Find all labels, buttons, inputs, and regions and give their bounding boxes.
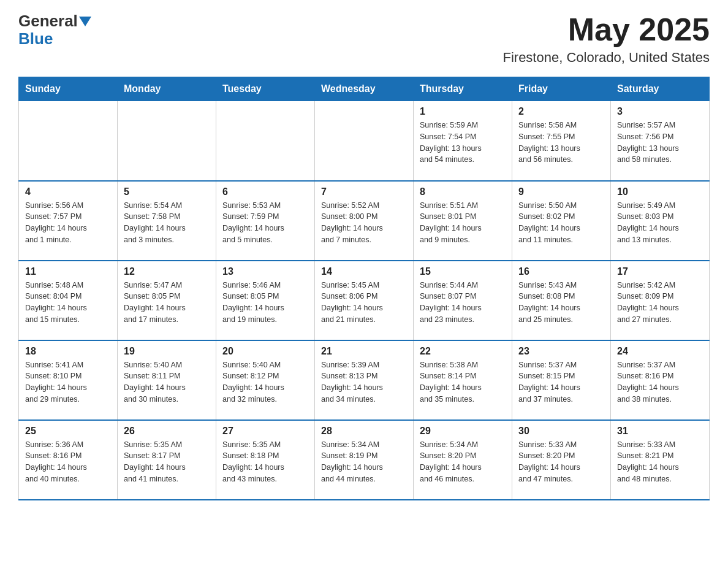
calendar-cell: 20Sunrise: 5:40 AM Sunset: 8:12 PM Dayli… bbox=[216, 340, 315, 420]
day-info: Sunrise: 5:33 AM Sunset: 8:20 PM Dayligh… bbox=[518, 439, 604, 485]
day-number: 9 bbox=[518, 186, 604, 197]
calendar-cell: 12Sunrise: 5:47 AM Sunset: 8:05 PM Dayli… bbox=[118, 261, 216, 340]
calendar-cell bbox=[118, 101, 216, 181]
calendar-cell bbox=[19, 101, 118, 181]
page-header: General Blue May 2025 Firestone, Colorad… bbox=[18, 12, 710, 66]
day-number: 2 bbox=[518, 106, 604, 117]
day-info: Sunrise: 5:39 AM Sunset: 8:13 PM Dayligh… bbox=[321, 359, 407, 405]
calendar-cell: 28Sunrise: 5:34 AM Sunset: 8:19 PM Dayli… bbox=[315, 420, 414, 500]
day-number: 31 bbox=[617, 426, 703, 437]
day-number: 14 bbox=[321, 266, 407, 277]
calendar-cell: 19Sunrise: 5:40 AM Sunset: 8:11 PM Dayli… bbox=[118, 340, 216, 420]
day-info: Sunrise: 5:49 AM Sunset: 8:03 PM Dayligh… bbox=[617, 200, 703, 246]
day-number: 8 bbox=[420, 186, 506, 197]
calendar-cell: 24Sunrise: 5:37 AM Sunset: 8:16 PM Dayli… bbox=[611, 340, 710, 420]
day-number: 1 bbox=[420, 106, 506, 117]
calendar-cell: 13Sunrise: 5:46 AM Sunset: 8:05 PM Dayli… bbox=[216, 261, 315, 340]
day-header-saturday: Saturday bbox=[611, 77, 710, 101]
calendar-cell: 2Sunrise: 5:58 AM Sunset: 7:55 PM Daylig… bbox=[512, 101, 611, 181]
day-info: Sunrise: 5:44 AM Sunset: 8:07 PM Dayligh… bbox=[420, 280, 506, 326]
day-info: Sunrise: 5:34 AM Sunset: 8:19 PM Dayligh… bbox=[321, 439, 407, 485]
logo-text-blue: Blue bbox=[18, 29, 53, 48]
day-number: 17 bbox=[617, 266, 703, 277]
calendar-cell: 26Sunrise: 5:35 AM Sunset: 8:17 PM Dayli… bbox=[118, 420, 216, 500]
day-info: Sunrise: 5:52 AM Sunset: 8:00 PM Dayligh… bbox=[321, 200, 407, 246]
day-number: 24 bbox=[617, 346, 703, 357]
day-number: 7 bbox=[321, 186, 407, 197]
day-number: 12 bbox=[124, 266, 210, 277]
day-header-tuesday: Tuesday bbox=[216, 77, 315, 101]
calendar-cell: 17Sunrise: 5:42 AM Sunset: 8:09 PM Dayli… bbox=[611, 261, 710, 340]
calendar-cell: 15Sunrise: 5:44 AM Sunset: 8:07 PM Dayli… bbox=[414, 261, 512, 340]
day-number: 23 bbox=[518, 346, 604, 357]
day-number: 15 bbox=[420, 266, 506, 277]
day-info: Sunrise: 5:51 AM Sunset: 8:01 PM Dayligh… bbox=[420, 200, 506, 246]
day-header-monday: Monday bbox=[118, 77, 216, 101]
calendar-cell bbox=[216, 101, 315, 181]
day-info: Sunrise: 5:41 AM Sunset: 8:10 PM Dayligh… bbox=[25, 359, 111, 405]
calendar-cell: 10Sunrise: 5:49 AM Sunset: 8:03 PM Dayli… bbox=[611, 181, 710, 261]
day-info: Sunrise: 5:50 AM Sunset: 8:02 PM Dayligh… bbox=[518, 200, 604, 246]
calendar-cell: 6Sunrise: 5:53 AM Sunset: 7:59 PM Daylig… bbox=[216, 181, 315, 261]
day-header-thursday: Thursday bbox=[414, 77, 512, 101]
calendar-cell: 23Sunrise: 5:37 AM Sunset: 8:15 PM Dayli… bbox=[512, 340, 611, 420]
logo: General Blue bbox=[18, 12, 91, 47]
day-number: 4 bbox=[25, 186, 111, 197]
day-number: 30 bbox=[518, 426, 604, 437]
day-info: Sunrise: 5:54 AM Sunset: 7:58 PM Dayligh… bbox=[124, 200, 210, 246]
day-info: Sunrise: 5:37 AM Sunset: 8:16 PM Dayligh… bbox=[617, 359, 703, 405]
day-info: Sunrise: 5:42 AM Sunset: 8:09 PM Dayligh… bbox=[617, 280, 703, 326]
calendar-cell: 4Sunrise: 5:56 AM Sunset: 7:57 PM Daylig… bbox=[19, 181, 118, 261]
calendar-cell: 7Sunrise: 5:52 AM Sunset: 8:00 PM Daylig… bbox=[315, 181, 414, 261]
calendar-table: SundayMondayTuesdayWednesdayThursdayFrid… bbox=[18, 77, 710, 500]
calendar-cell bbox=[315, 101, 414, 181]
logo-triangle bbox=[79, 17, 91, 26]
day-info: Sunrise: 5:34 AM Sunset: 8:20 PM Dayligh… bbox=[420, 439, 506, 485]
day-number: 13 bbox=[222, 266, 308, 277]
day-info: Sunrise: 5:57 AM Sunset: 7:56 PM Dayligh… bbox=[617, 120, 703, 166]
day-number: 6 bbox=[222, 186, 308, 197]
day-info: Sunrise: 5:35 AM Sunset: 8:18 PM Dayligh… bbox=[222, 439, 308, 485]
day-info: Sunrise: 5:36 AM Sunset: 8:16 PM Dayligh… bbox=[25, 439, 111, 485]
calendar-week-4: 18Sunrise: 5:41 AM Sunset: 8:10 PM Dayli… bbox=[19, 340, 710, 420]
day-info: Sunrise: 5:38 AM Sunset: 8:14 PM Dayligh… bbox=[420, 359, 506, 405]
calendar-cell: 5Sunrise: 5:54 AM Sunset: 7:58 PM Daylig… bbox=[118, 181, 216, 261]
title-block: May 2025 Firestone, Colorado, United Sta… bbox=[502, 12, 710, 66]
day-number: 20 bbox=[222, 346, 308, 357]
calendar-cell: 25Sunrise: 5:36 AM Sunset: 8:16 PM Dayli… bbox=[19, 420, 118, 500]
calendar-header-row: SundayMondayTuesdayWednesdayThursdayFrid… bbox=[19, 77, 710, 101]
day-number: 5 bbox=[124, 186, 210, 197]
calendar-cell: 27Sunrise: 5:35 AM Sunset: 8:18 PM Dayli… bbox=[216, 420, 315, 500]
day-info: Sunrise: 5:58 AM Sunset: 7:55 PM Dayligh… bbox=[518, 120, 604, 166]
day-number: 11 bbox=[25, 266, 111, 277]
day-info: Sunrise: 5:56 AM Sunset: 7:57 PM Dayligh… bbox=[25, 200, 111, 246]
calendar-cell: 16Sunrise: 5:43 AM Sunset: 8:08 PM Dayli… bbox=[512, 261, 611, 340]
calendar-cell: 29Sunrise: 5:34 AM Sunset: 8:20 PM Dayli… bbox=[414, 420, 512, 500]
calendar-cell: 14Sunrise: 5:45 AM Sunset: 8:06 PM Dayli… bbox=[315, 261, 414, 340]
day-number: 27 bbox=[222, 426, 308, 437]
day-header-friday: Friday bbox=[512, 77, 611, 101]
day-number: 29 bbox=[420, 426, 506, 437]
day-info: Sunrise: 5:48 AM Sunset: 8:04 PM Dayligh… bbox=[25, 280, 111, 326]
calendar-cell: 3Sunrise: 5:57 AM Sunset: 7:56 PM Daylig… bbox=[611, 101, 710, 181]
day-number: 26 bbox=[124, 426, 210, 437]
day-info: Sunrise: 5:40 AM Sunset: 8:12 PM Dayligh… bbox=[222, 359, 308, 405]
day-info: Sunrise: 5:46 AM Sunset: 8:05 PM Dayligh… bbox=[222, 280, 308, 326]
day-number: 16 bbox=[518, 266, 604, 277]
calendar-cell: 18Sunrise: 5:41 AM Sunset: 8:10 PM Dayli… bbox=[19, 340, 118, 420]
day-number: 21 bbox=[321, 346, 407, 357]
day-info: Sunrise: 5:35 AM Sunset: 8:17 PM Dayligh… bbox=[124, 439, 210, 485]
day-info: Sunrise: 5:37 AM Sunset: 8:15 PM Dayligh… bbox=[518, 359, 604, 405]
day-info: Sunrise: 5:40 AM Sunset: 8:11 PM Dayligh… bbox=[124, 359, 210, 405]
day-info: Sunrise: 5:45 AM Sunset: 8:06 PM Dayligh… bbox=[321, 280, 407, 326]
logo-text-black: General bbox=[18, 12, 78, 30]
page-subtitle: Firestone, Colorado, United States bbox=[502, 50, 710, 66]
calendar-week-2: 4Sunrise: 5:56 AM Sunset: 7:57 PM Daylig… bbox=[19, 181, 710, 261]
calendar-cell: 21Sunrise: 5:39 AM Sunset: 8:13 PM Dayli… bbox=[315, 340, 414, 420]
day-header-wednesday: Wednesday bbox=[315, 77, 414, 101]
day-number: 10 bbox=[617, 186, 703, 197]
day-info: Sunrise: 5:47 AM Sunset: 8:05 PM Dayligh… bbox=[124, 280, 210, 326]
day-number: 22 bbox=[420, 346, 506, 357]
calendar-week-1: 1Sunrise: 5:59 AM Sunset: 7:54 PM Daylig… bbox=[19, 101, 710, 181]
page-title: May 2025 bbox=[502, 12, 710, 47]
